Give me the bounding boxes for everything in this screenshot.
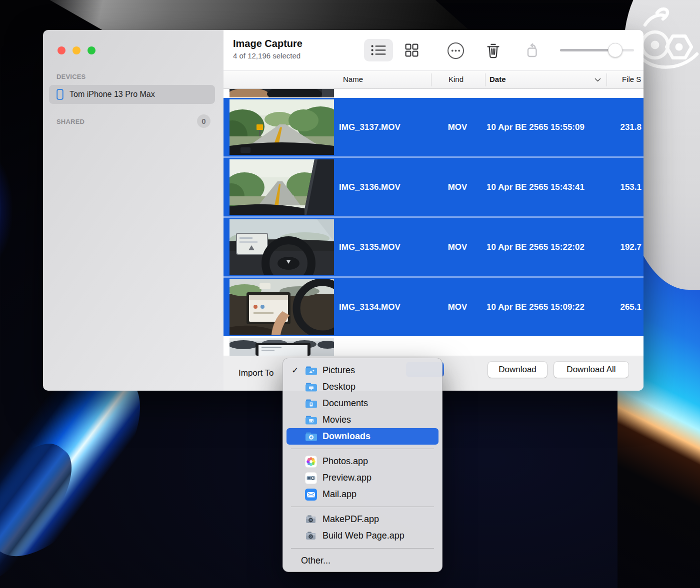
menu-item-label: Documents xyxy=(322,398,368,409)
page-title: Image Capture xyxy=(233,38,302,49)
file-name: IMG_3136.MOV xyxy=(339,182,400,192)
toolbar: Image Capture 4 of 12,196 selected xyxy=(224,30,644,70)
menu-item-label: Pictures xyxy=(322,365,355,376)
menu-item-label: MakePDF.app xyxy=(322,514,379,525)
partial-row-thumbnail-top xyxy=(230,89,334,97)
rotate-button[interactable] xyxy=(519,39,545,61)
rotate-icon xyxy=(524,42,540,58)
ellipsis-circle-icon xyxy=(446,41,465,60)
delete-button[interactable] xyxy=(480,39,506,61)
menu-item-label: Desktop xyxy=(322,382,356,392)
menu-item-desktop[interactable]: Desktop xyxy=(283,379,442,395)
devices-section-label: DEVICES xyxy=(56,73,86,80)
table-row[interactable]: IMG_3134.MOV MOV 10 Apr BE 2565 15:09:22… xyxy=(224,276,644,336)
file-kind: MOV xyxy=(438,302,478,312)
file-date: 10 Apr BE 2565 15:43:41 xyxy=(486,182,584,192)
row-thumbnail xyxy=(230,219,334,275)
column-divider xyxy=(485,73,486,86)
menu-separator xyxy=(291,548,434,549)
menu-item-preview-app[interactable]: Preview.app xyxy=(283,470,442,486)
download-button-label: Download xyxy=(498,365,536,375)
more-options-button[interactable] xyxy=(442,40,468,61)
column-header-date[interactable]: Date xyxy=(490,75,506,83)
minimize-button[interactable] xyxy=(72,46,80,54)
import-to-menu: ✓ Pictures Desktop Documents M xyxy=(282,358,442,572)
build-web-page-app-icon xyxy=(305,530,318,542)
file-name: IMG_3134.MOV xyxy=(339,302,400,312)
row-thumbnail xyxy=(230,159,334,215)
table-row[interactable]: IMG_3135.MOV MOV 10 Apr BE 2565 15:22:02… xyxy=(224,216,644,276)
file-size: 153.1 xyxy=(602,182,642,192)
download-all-button[interactable]: Download All xyxy=(554,362,628,378)
menu-item-build-web-page-app[interactable]: Build Web Page.app xyxy=(283,528,442,544)
downloads-folder-icon xyxy=(305,431,318,443)
import-to-label: Import To xyxy=(238,368,274,378)
grid-view-icon xyxy=(405,43,418,57)
download-button[interactable]: Download xyxy=(488,362,547,378)
pictures-folder-icon xyxy=(305,365,318,377)
column-header-name[interactable]: Name xyxy=(343,75,363,83)
iphone-icon xyxy=(56,89,64,100)
sidebar-item-device[interactable]: Tom iPhone 13 Pro Max xyxy=(49,85,215,104)
menu-item-makepdf-app[interactable]: MakePDF.app xyxy=(283,511,442,528)
menu-item-label: Other... xyxy=(301,556,330,566)
menu-item-pictures[interactable]: ✓ Pictures xyxy=(283,362,442,379)
list-view-button[interactable] xyxy=(364,39,393,61)
file-kind: MOV xyxy=(438,182,478,192)
list-view-icon xyxy=(371,44,386,56)
row-thumbnail xyxy=(230,279,334,335)
slider-fill xyxy=(560,49,615,51)
makepdf-app-icon xyxy=(305,514,318,526)
photos-app-icon xyxy=(305,456,318,468)
menu-item-documents[interactable]: Documents xyxy=(283,395,442,412)
file-kind: MOV xyxy=(438,122,478,132)
column-header-kind[interactable]: Kind xyxy=(448,75,464,83)
checkmark-icon: ✓ xyxy=(292,365,305,376)
preview-app-icon xyxy=(305,472,318,484)
shared-section-label: SHARED xyxy=(56,118,84,125)
partial-row-thumbnail-bottom xyxy=(230,338,334,356)
menu-separator xyxy=(291,449,434,449)
zoom-button[interactable] xyxy=(88,46,96,54)
menu-item-label: Build Web Page.app xyxy=(322,531,404,541)
documents-folder-icon xyxy=(305,398,318,410)
desktop: DEVICES Tom iPhone 13 Pro Max SHARED 0 I… xyxy=(0,0,700,588)
table-header: Name Kind Date File S xyxy=(224,70,644,89)
content-pane: Image Capture 4 of 12,196 selected xyxy=(224,30,644,391)
desktop-folder-icon xyxy=(305,381,318,393)
menu-item-label: Photos.app xyxy=(322,456,368,467)
trash-icon xyxy=(486,42,500,59)
file-list: IMG_3137.MOV MOV 10 Apr BE 2565 15:55:09… xyxy=(224,89,644,356)
sort-chevron-icon xyxy=(594,78,601,82)
menu-item-label: Movies xyxy=(322,415,351,425)
close-button[interactable] xyxy=(58,46,66,54)
menu-item-other[interactable]: Other... xyxy=(283,553,442,569)
menu-item-downloads[interactable]: Downloads xyxy=(286,428,438,445)
selection-status: 4 of 12,196 selected xyxy=(233,51,300,60)
file-date: 10 Apr BE 2565 15:22:02 xyxy=(486,242,584,252)
slider-thumb[interactable] xyxy=(608,43,622,57)
grid-view-button[interactable] xyxy=(398,39,425,61)
file-name: IMG_3137.MOV xyxy=(339,122,400,132)
file-size: 192.7 xyxy=(602,242,642,252)
mascot-logo xyxy=(636,2,700,77)
menu-item-label: Preview.app xyxy=(322,473,372,483)
device-name: Tom iPhone 13 Pro Max xyxy=(70,90,155,99)
menu-separator xyxy=(291,507,434,507)
menu-item-movies[interactable]: Movies xyxy=(283,412,442,428)
column-divider xyxy=(431,73,432,86)
download-all-button-label: Download All xyxy=(566,365,616,375)
mail-app-icon xyxy=(305,489,318,501)
column-header-filesize[interactable]: File S xyxy=(622,75,641,83)
image-capture-window: DEVICES Tom iPhone 13 Pro Max SHARED 0 I… xyxy=(43,30,644,391)
sidebar: DEVICES Tom iPhone 13 Pro Max SHARED 0 xyxy=(43,30,224,391)
file-size: 265.1 xyxy=(602,302,642,312)
thumbnail-size-slider[interactable] xyxy=(560,49,634,52)
menu-item-photos-app[interactable]: Photos.app xyxy=(283,453,442,470)
shared-count-badge: 0 xyxy=(197,114,210,128)
file-date: 10 Apr BE 2565 15:09:22 xyxy=(486,302,584,312)
table-row[interactable]: IMG_3137.MOV MOV 10 Apr BE 2565 15:55:09… xyxy=(224,98,644,156)
menu-item-mail-app[interactable]: Mail.app xyxy=(283,486,442,503)
menu-item-label: Mail.app xyxy=(322,489,356,500)
table-row[interactable]: IMG_3136.MOV MOV 10 Apr BE 2565 15:43:41… xyxy=(224,156,644,216)
